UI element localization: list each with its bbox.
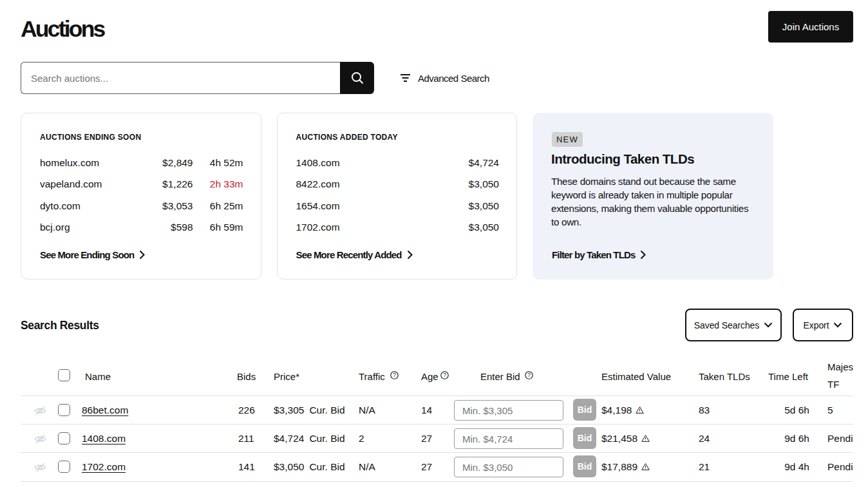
svg-text:?: ? [443, 372, 446, 378]
svg-text:?: ? [393, 372, 396, 378]
svg-text:?: ? [527, 372, 531, 378]
